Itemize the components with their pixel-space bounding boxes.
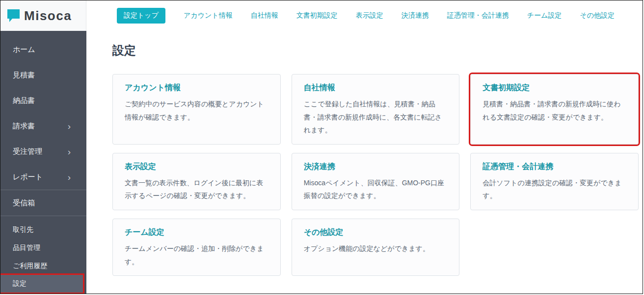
tab-team-settings[interactable]: チーム設定 bbox=[527, 11, 562, 20]
sidebar-item-label: 納品書 bbox=[13, 96, 35, 105]
sidebar-item-item-management[interactable]: 品目管理 bbox=[0, 239, 86, 257]
card-company-info[interactable]: 自社情報 ここで登録した自社情報は、見積書・納品書・請求書の新規作成時に、各文書… bbox=[292, 74, 460, 145]
misoca-logo-icon bbox=[7, 9, 20, 22]
main-area: 設定トップ アカウント情報 自社情報 文書初期設定 表示設定 決済連携 証憑管理… bbox=[86, 0, 643, 294]
sidebar-item-label: 請求書 bbox=[13, 122, 35, 131]
sidebar-item-usage-history[interactable]: ご利用履歴 bbox=[0, 257, 86, 275]
sidebar-item-reports[interactable]: レポート › bbox=[0, 164, 86, 190]
card-title: その他設定 bbox=[304, 227, 448, 238]
tab-account-info[interactable]: アカウント情報 bbox=[184, 11, 233, 20]
card-title: チーム設定 bbox=[125, 227, 268, 238]
card-title: アカウント情報 bbox=[125, 83, 268, 93]
card-description: ここで登録した自社情報は、見積書・納品書・請求書の新規作成時に、各文書に転記され… bbox=[304, 98, 448, 137]
card-evidence-accounting-integration[interactable]: 証憑管理・会計連携 会計ソフトの連携設定の確認・変更ができます。 bbox=[470, 153, 639, 210]
tab-other-settings[interactable]: その他設定 bbox=[580, 11, 615, 20]
card-title: 自社情報 bbox=[304, 83, 448, 93]
chevron-right-icon: › bbox=[68, 122, 71, 131]
logo-text: Misoca bbox=[24, 8, 72, 24]
card-description: 文書一覧の表示件数、ログイン後に最初に表示するページの確認・変更ができます。 bbox=[125, 176, 268, 202]
sidebar-item-label: 受信箱 bbox=[13, 198, 35, 208]
card-description: 会計ソフトの連携設定の確認・変更ができます。 bbox=[483, 176, 626, 202]
card-payment-integration[interactable]: 決済連携 Misocaペイメント、回収保証、GMO-PG口座振替の設定ができます… bbox=[292, 153, 460, 210]
sidebar-item-label: 設定 bbox=[13, 279, 27, 288]
page-title: 設定 bbox=[112, 43, 639, 58]
sidebar-item-clients[interactable]: 取引先 bbox=[0, 221, 86, 239]
sidebar-item-label: ホーム bbox=[13, 45, 35, 54]
sidebar: Misoca ホーム 見積書 納品書 請求書 › 受注管理 › レポート › bbox=[0, 0, 86, 294]
card-description: チームメンバーの確認・追加・削除ができます。 bbox=[125, 242, 268, 268]
sidebar-item-label: 品目管理 bbox=[13, 244, 40, 252]
misoca-logo[interactable]: Misoca bbox=[0, 0, 86, 31]
card-description: オプション機能の設定などができます。 bbox=[304, 242, 448, 255]
card-team-settings[interactable]: チーム設定 チームメンバーの確認・追加・削除ができます。 bbox=[112, 219, 281, 276]
tab-evidence-accounting-integration[interactable]: 証憑管理・会計連携 bbox=[447, 11, 509, 20]
sidebar-item-invoices[interactable]: 請求書 › bbox=[0, 113, 86, 139]
sidebar-item-settings[interactable]: 設定 bbox=[0, 275, 83, 293]
tab-payment-integration[interactable]: 決済連携 bbox=[402, 11, 429, 20]
card-document-default-settings[interactable]: 文書初期設定 見積書・納品書・請求書の新規作成時に使われる文書設定の確認・変更が… bbox=[470, 74, 639, 145]
chevron-right-icon: › bbox=[68, 172, 71, 182]
card-account-info[interactable]: アカウント情報 ご契約中のサービス内容の概要とアカウント情報が確認できます。 bbox=[112, 74, 281, 145]
chevron-right-icon: › bbox=[68, 147, 71, 156]
sidebar-nav: ホーム 見積書 納品書 請求書 › 受注管理 › レポート › 受信箱 bbox=[0, 31, 86, 294]
tab-company-info[interactable]: 自社情報 bbox=[251, 11, 278, 20]
tab-display-settings[interactable]: 表示設定 bbox=[356, 11, 383, 20]
settings-card-grid: アカウント情報 ご契約中のサービス内容の概要とアカウント情報が確認できます。 自… bbox=[112, 74, 639, 276]
sidebar-item-label: 受注管理 bbox=[13, 147, 42, 156]
settings-top-nav: 設定トップ アカウント情報 自社情報 文書初期設定 表示設定 決済連携 証憑管理… bbox=[86, 0, 643, 31]
sidebar-item-label: 見積書 bbox=[13, 71, 35, 80]
card-description: 見積書・納品書・請求書の新規作成時に使われる文書設定の確認・変更ができます。 bbox=[483, 98, 626, 123]
sidebar-item-label: 取引先 bbox=[13, 225, 33, 234]
card-other-settings[interactable]: その他設定 オプション機能の設定などができます。 bbox=[292, 219, 460, 276]
sidebar-item-order-management[interactable]: 受注管理 › bbox=[0, 139, 86, 164]
tab-document-default-settings[interactable]: 文書初期設定 bbox=[296, 11, 338, 20]
card-title: 表示設定 bbox=[125, 162, 268, 172]
tab-settings-top[interactable]: 設定トップ bbox=[117, 8, 165, 24]
card-title: 文書初期設定 bbox=[483, 83, 626, 93]
sidebar-secondary-group: 取引先 品目管理 ご利用履歴 設定 bbox=[0, 216, 86, 293]
card-title: 決済連携 bbox=[304, 162, 448, 172]
sidebar-item-label: レポート bbox=[13, 172, 43, 182]
card-display-settings[interactable]: 表示設定 文書一覧の表示件数、ログイン後に最初に表示するページの確認・変更ができ… bbox=[112, 153, 281, 210]
card-description: Misocaペイメント、回収保証、GMO-PG口座振替の設定ができます。 bbox=[304, 176, 448, 202]
sidebar-item-inbox[interactable]: 受信箱 bbox=[0, 190, 86, 216]
card-description: ご契約中のサービス内容の概要とアカウント情報が確認できます。 bbox=[125, 98, 268, 123]
settings-page: 設定 アカウント情報 ご契約中のサービス内容の概要とアカウント情報が確認できます… bbox=[86, 31, 643, 276]
sidebar-item-estimates[interactable]: 見積書 bbox=[0, 62, 86, 88]
sidebar-item-home[interactable]: ホーム bbox=[0, 37, 86, 62]
card-title: 証憑管理・会計連携 bbox=[483, 162, 626, 172]
app-window: Misoca ホーム 見積書 納品書 請求書 › 受注管理 › レポート › bbox=[0, 0, 643, 294]
sidebar-item-label: ご利用履歴 bbox=[13, 262, 47, 270]
sidebar-item-delivery-slips[interactable]: 納品書 bbox=[0, 88, 86, 113]
